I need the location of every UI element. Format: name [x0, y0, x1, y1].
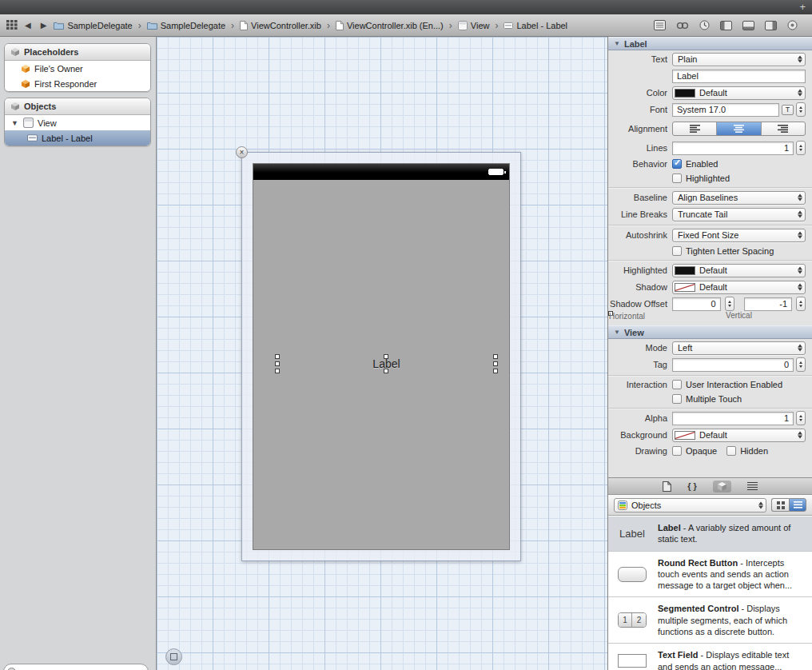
library-item-round-rect-button[interactable]: Round Rect Button - Intercepts touch eve… — [608, 552, 812, 598]
breadcrumb-group[interactable]: SampleDelegate — [147, 21, 225, 30]
breadcrumb-view[interactable]: View — [458, 21, 490, 30]
files-owner-item[interactable]: File's Owner — [5, 61, 150, 76]
text-value-row: Label — [608, 68, 812, 84]
alpha-field[interactable]: 1 — [672, 412, 794, 425]
library-list: Label Label - A variably sized amount of… — [608, 516, 812, 670]
resize-handle-n[interactable] — [384, 354, 388, 359]
tag-stepper[interactable] — [796, 357, 806, 372]
resize-handle-nw[interactable] — [275, 354, 280, 359]
align-right-segment[interactable] — [762, 122, 805, 135]
close-icon[interactable]: × — [236, 146, 248, 158]
font-field[interactable]: System 17.0 — [672, 103, 779, 117]
view-section-header[interactable]: ▼ View — [608, 325, 812, 339]
text-color-well[interactable]: Default — [672, 86, 806, 100]
back-button[interactable]: ◀ — [22, 21, 34, 30]
text-type-popup[interactable]: Plain — [672, 53, 806, 66]
object-library-icon[interactable] — [713, 481, 731, 493]
navigator-toggle-icon[interactable] — [720, 21, 732, 30]
fullscreen-button[interactable]: + — [799, 1, 806, 13]
multiple-touch-checkbox[interactable] — [672, 394, 682, 404]
iphone-view[interactable]: Label — [253, 163, 510, 550]
resize-handle-sw[interactable] — [275, 369, 280, 373]
tag-field[interactable]: 0 — [672, 358, 794, 372]
organizer-icon[interactable] — [787, 20, 798, 30]
resize-handle-se[interactable] — [493, 369, 498, 373]
user-interaction-checkbox[interactable] — [672, 380, 682, 389]
disclosure-triangle-icon[interactable]: ▼ — [11, 119, 19, 127]
background-color-well[interactable]: Default — [672, 429, 806, 442]
label-section-header[interactable]: ▼ Label — [608, 37, 812, 50]
label-text-field[interactable]: Label — [672, 70, 806, 83]
library-item-segmented-control[interactable]: 12 Segmented Control - Displays multiple… — [608, 597, 812, 644]
alpha-stepper[interactable] — [796, 411, 806, 425]
shadow-offset-vertical-stepper[interactable] — [796, 297, 806, 311]
font-picker-button[interactable]: T — [782, 105, 794, 115]
highlighted-color-row: Highlighted Default — [608, 262, 812, 278]
label-tree-item[interactable]: Label - Label — [5, 130, 150, 146]
breadcrumb-project[interactable]: SampleDelegate — [54, 21, 132, 30]
shadow-offset-horizontal-field[interactable]: 0 — [672, 297, 721, 311]
highlighted-checkbox[interactable] — [672, 173, 682, 183]
baseline-popup[interactable]: Align Baselines — [672, 191, 806, 205]
vertical-caption: Vertical — [672, 311, 806, 321]
breadcrumb-label[interactable]: Label - Label — [504, 21, 567, 30]
shadow-offset-horizontal-stepper[interactable] — [725, 297, 734, 311]
breadcrumb-file[interactable]: ViewController.xib — [240, 21, 321, 30]
popup-arrows-icon — [798, 345, 802, 352]
color-swatch[interactable] — [675, 89, 695, 98]
editor-dock-button[interactable] — [165, 648, 182, 665]
mode-popup[interactable]: Left — [672, 341, 806, 355]
opaque-checkbox[interactable] — [672, 446, 682, 456]
xib-file-icon — [336, 21, 344, 30]
media-library-icon[interactable] — [747, 481, 758, 492]
editor-canvas[interactable]: × Label — [157, 37, 607, 670]
alignment-segmented-control — [672, 122, 806, 136]
shadow-color-well[interactable]: Default — [672, 281, 806, 294]
behavior-label: Behavior — [608, 159, 672, 169]
lines-field[interactable]: 1 — [672, 142, 794, 155]
shadow-offset-vertical-field[interactable]: -1 — [744, 297, 793, 311]
divider — [608, 375, 812, 376]
enabled-checkbox[interactable]: ✓ — [672, 159, 682, 169]
lines-stepper[interactable] — [796, 141, 806, 155]
assistant-editor-icon[interactable] — [676, 21, 689, 30]
filter-field[interactable] — [3, 664, 149, 670]
standard-editor-icon[interactable] — [654, 20, 666, 30]
library-item-text-field[interactable]: Text Field - Displays editable text and … — [608, 644, 812, 670]
code-snippet-library-icon[interactable]: { } — [687, 481, 697, 491]
objects-scope-icon — [618, 501, 627, 510]
forward-button[interactable]: ▶ — [38, 21, 50, 30]
resize-handle-s[interactable] — [384, 369, 388, 373]
autoshrink-popup[interactable]: Fixed Font Size — [672, 229, 806, 242]
align-center-segment[interactable] — [717, 122, 761, 135]
version-editor-icon[interactable] — [699, 20, 710, 30]
clear-color-swatch[interactable] — [675, 283, 695, 292]
related-items-icon[interactable] — [6, 20, 18, 31]
color-swatch[interactable] — [675, 266, 695, 275]
debug-area-toggle-icon[interactable] — [742, 21, 754, 30]
library-scope-popup[interactable]: Objects — [614, 498, 766, 512]
first-responder-item[interactable]: First Responder — [5, 76, 150, 91]
font-size-stepper[interactable] — [796, 102, 806, 117]
hidden-checkbox[interactable] — [726, 446, 736, 456]
resize-handle-w[interactable] — [275, 361, 280, 366]
file-template-library-icon[interactable] — [663, 481, 671, 492]
library-item-label[interactable]: Label Label - A variably sized amount of… — [608, 516, 812, 552]
folder-icon — [147, 22, 157, 30]
tighten-letter-spacing-checkbox[interactable] — [672, 246, 682, 256]
list-view-button[interactable] — [789, 498, 806, 512]
design-surface[interactable]: × Label — [241, 152, 521, 561]
view-tree-item[interactable]: ▼ View — [5, 115, 150, 130]
divider — [608, 260, 812, 261]
autoshrink-row: Autoshrink Fixed Font Size — [608, 227, 812, 243]
highlighted-color-well[interactable]: Default — [672, 264, 806, 277]
breadcrumb-localized-file[interactable]: ViewController.xib (En...) — [336, 21, 444, 30]
align-left-segment[interactable] — [673, 122, 717, 135]
selected-label-frame[interactable]: Label — [278, 358, 495, 370]
grid-view-button[interactable] — [771, 498, 789, 512]
utilities-toggle-icon[interactable] — [765, 21, 777, 30]
resize-handle-e[interactable] — [493, 361, 498, 366]
resize-handle-ne[interactable] — [493, 354, 498, 359]
clear-color-swatch[interactable] — [675, 431, 695, 440]
line-breaks-popup[interactable]: Truncate Tail — [672, 208, 806, 221]
